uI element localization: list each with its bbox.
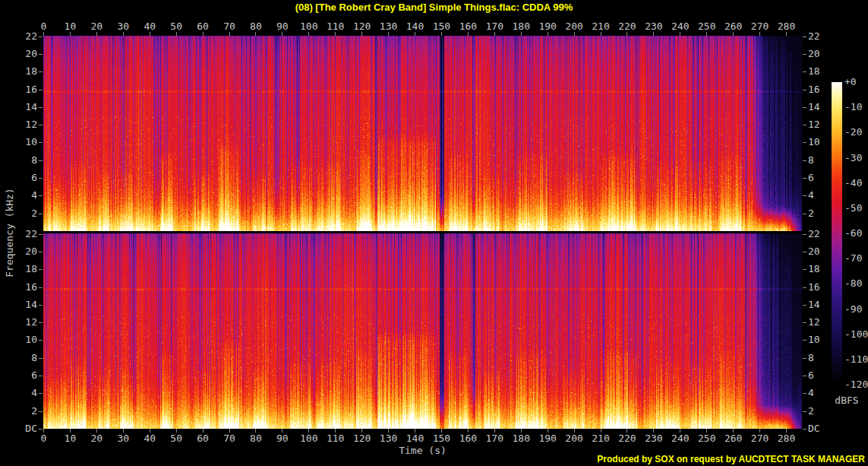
time-tick-mark (70, 32, 71, 36)
freq-tick-mark (803, 195, 806, 196)
freq-tick-mark (39, 195, 43, 196)
freq-tick-mark (803, 36, 806, 37)
colorbar-tick-label: -100 (844, 329, 868, 340)
time-tick-mark (335, 32, 336, 36)
colorbar-unit-label: dBFS (829, 395, 864, 406)
time-tick-mark (653, 32, 654, 36)
freq-tick-mark (39, 429, 43, 430)
freq-tick-label: 14 (15, 300, 37, 310)
freq-tick-mark (803, 214, 806, 214)
colorbar-tick-label: -90 (844, 304, 868, 315)
freq-tick-label: 18 (808, 66, 835, 77)
freq-tick-label: 10 (15, 137, 37, 147)
freq-tick-mark (803, 252, 806, 252)
time-tick-mark (282, 32, 282, 36)
freq-tick-mark (39, 36, 43, 37)
freq-tick-label: 18 (15, 66, 37, 77)
time-tick-mark (706, 32, 707, 36)
freq-tick-label: 18 (15, 264, 37, 274)
spectrogram-viewer: (08) [The Robert Cray Band] Simple Thing… (0, 0, 868, 466)
time-tick-mark (203, 32, 204, 36)
freq-tick-mark (39, 178, 43, 179)
spectrogram-channel-1 (43, 36, 802, 231)
time-tick-mark (601, 32, 601, 36)
freq-tick-label: 10 (15, 334, 37, 345)
time-tick-label: 280 (772, 21, 802, 32)
freq-tick-mark (803, 429, 806, 430)
freq-tick-label: 2 (15, 406, 37, 417)
colorbar-tick-label: -80 (844, 278, 868, 289)
freq-tick-mark (803, 322, 806, 323)
freq-tick-label: 4 (15, 190, 37, 201)
time-tick-mark (415, 32, 415, 36)
time-tick-mark (786, 32, 787, 36)
time-tick-mark (627, 32, 627, 36)
freq-tick-label: 12 (15, 119, 37, 130)
freq-tick-mark (39, 322, 43, 323)
time-tick-label: 280 (772, 433, 802, 444)
freq-tick-mark (39, 269, 43, 270)
time-tick-mark (255, 32, 256, 36)
colorbar-tick-label: -20 (844, 127, 868, 138)
time-tick-mark (361, 32, 362, 36)
colorbar-tick-label: -120 (844, 379, 868, 390)
freq-tick-label: DC (808, 423, 835, 434)
colorbar-tick-label: -50 (844, 203, 868, 214)
freq-tick-mark (39, 340, 43, 341)
spectrogram-channel-2 (43, 233, 802, 429)
time-tick-mark (96, 32, 97, 36)
freq-tick-label: 22 (808, 31, 835, 42)
freq-tick-label: 20 (15, 49, 37, 59)
freq-tick-label: 16 (15, 282, 37, 293)
time-tick-mark (229, 32, 230, 36)
freq-tick-mark (803, 340, 806, 341)
time-tick-mark (548, 32, 548, 36)
freq-tick-mark (803, 393, 806, 394)
freq-tick-label: 12 (15, 317, 37, 328)
freq-tick-mark (803, 178, 806, 179)
colorbar-tick-label: -30 (844, 153, 868, 163)
time-tick-mark (123, 32, 124, 36)
colorbar-tick-label: -60 (844, 228, 868, 239)
freq-tick-mark (803, 234, 806, 235)
freq-tick-mark (803, 358, 806, 359)
freq-tick-label: 22 (15, 31, 37, 42)
freq-tick-mark (39, 358, 43, 359)
freq-tick-label: 2 (808, 406, 835, 417)
time-tick-mark (574, 32, 575, 36)
time-tick-mark (308, 32, 309, 36)
freq-tick-mark (803, 160, 806, 161)
freq-tick-label: DC (15, 423, 37, 434)
freq-tick-mark (803, 54, 806, 55)
freq-tick-mark (803, 125, 806, 125)
freq-tick-mark (39, 160, 43, 161)
freq-tick-mark (39, 90, 43, 90)
time-tick-mark (150, 32, 150, 36)
colorbar-tick-label: -40 (844, 178, 868, 189)
colorbar-tick-label: +0 (844, 77, 868, 87)
time-tick-mark (521, 32, 522, 36)
freq-tick-label: 16 (15, 84, 37, 95)
freq-tick-mark (803, 90, 806, 90)
freq-tick-mark (39, 234, 43, 235)
time-tick-mark (733, 32, 734, 36)
credit-text: Produced by SOX on request by AUCDTECT T… (597, 454, 865, 464)
freq-tick-label: 20 (15, 246, 37, 257)
page-title: (08) [The Robert Cray Band] Simple Thing… (0, 2, 868, 13)
freq-tick-label: 6 (15, 173, 37, 183)
time-tick-mark (176, 32, 177, 36)
freq-tick-mark (39, 376, 43, 376)
colorbar-tick-label: -110 (844, 354, 868, 365)
freq-tick-mark (39, 393, 43, 394)
freq-tick-mark (39, 252, 43, 252)
freq-tick-mark (803, 107, 806, 108)
freq-tick-mark (803, 287, 806, 288)
freq-tick-mark (803, 376, 806, 376)
time-tick-mark (759, 32, 760, 36)
freq-tick-label: 22 (15, 229, 37, 239)
freq-tick-mark (39, 125, 43, 125)
time-tick-mark (494, 32, 495, 36)
freq-tick-label: 14 (15, 102, 37, 113)
freq-tick-label: 20 (808, 49, 835, 59)
freq-tick-mark (803, 305, 806, 306)
